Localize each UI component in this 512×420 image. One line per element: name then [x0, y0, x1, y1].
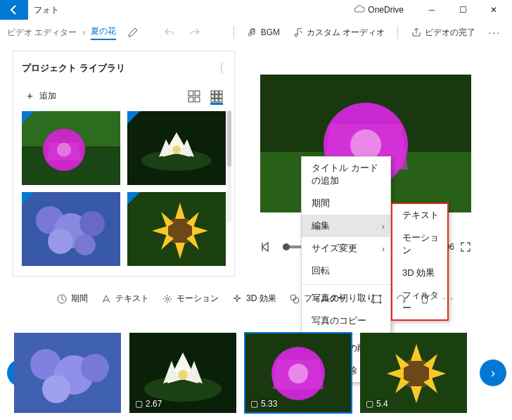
- text-icon: [101, 293, 112, 305]
- library-title: プロジェクト ライブラリ: [22, 62, 125, 75]
- rotate-icon[interactable]: [395, 293, 407, 305]
- context-submenu-item[interactable]: 3D 効果: [392, 262, 447, 284]
- context-menu-item[interactable]: タイトル カードの追加: [302, 157, 390, 192]
- audio-icon: [293, 27, 304, 38]
- clip-duration-label: 2.67: [146, 399, 162, 409]
- svg-rect-8: [211, 94, 215, 98]
- breadcrumb-root[interactable]: ビデオ エディター: [7, 27, 77, 39]
- storyboard-clip[interactable]: ▢5.33: [245, 333, 352, 413]
- fullscreen-icon[interactable]: [460, 241, 471, 253]
- used-badge-icon: [127, 111, 140, 124]
- image-icon: ▢: [250, 399, 258, 409]
- motion-tool-button[interactable]: モーション: [162, 293, 219, 305]
- used-badge-icon: [127, 192, 140, 205]
- library-thumbnail[interactable]: [127, 111, 226, 185]
- context-submenu-item[interactable]: テキスト: [392, 204, 447, 227]
- svg-point-48: [144, 376, 222, 402]
- grid-large-view-button[interactable]: [188, 90, 200, 103]
- storyboard: ▢2.67 ▢5.33 ▢5.4: [14, 333, 498, 413]
- svg-point-34: [166, 298, 169, 300]
- undo-icon[interactable]: [164, 27, 175, 38]
- filter-icon: [289, 293, 300, 305]
- library-thumbnail[interactable]: [22, 192, 120, 266]
- 3d-effects-tool-button[interactable]: 3D 効果: [231, 293, 276, 305]
- svg-point-41: [380, 301, 382, 303]
- clock-icon: [56, 293, 68, 305]
- svg-point-45: [81, 354, 109, 382]
- back-button[interactable]: [0, 0, 28, 20]
- svg-rect-4: [195, 97, 200, 102]
- image-icon: ▢: [135, 399, 143, 409]
- breadcrumb-project[interactable]: 夏の花: [91, 25, 116, 40]
- filters-tool-button[interactable]: フィルター: [289, 293, 346, 305]
- svg-point-49: [178, 370, 188, 380]
- grid-small-view-button[interactable]: [210, 90, 223, 103]
- image-icon: ▢: [366, 399, 373, 409]
- context-menu-item[interactable]: サイズ変更: [302, 237, 390, 260]
- svg-point-46: [42, 375, 70, 403]
- svg-rect-10: [219, 94, 222, 98]
- edit-icon[interactable]: [127, 27, 139, 38]
- svg-rect-1: [188, 91, 193, 96]
- cloud-icon: [354, 4, 365, 15]
- crop-icon[interactable]: [371, 293, 383, 305]
- svg-rect-37: [373, 295, 380, 303]
- flower-sunflower-image: [127, 192, 226, 266]
- svg-point-20: [172, 146, 181, 154]
- music-icon: [247, 27, 258, 38]
- svg-rect-6: [215, 91, 219, 94]
- plus-icon: ＋: [25, 89, 35, 103]
- svg-point-24: [79, 211, 105, 236]
- motion-icon: [162, 293, 173, 305]
- clip-duration-label: 5.4: [376, 399, 388, 409]
- delete-icon[interactable]: [419, 293, 430, 305]
- step-back-icon[interactable]: [260, 241, 271, 253]
- context-menu-item[interactable]: 写真のコピー: [302, 310, 390, 332]
- library-thumbnail[interactable]: [127, 192, 226, 266]
- used-badge-icon: [22, 192, 34, 205]
- custom-audio-button[interactable]: カスタム オーディオ: [288, 24, 389, 42]
- svg-rect-2: [195, 91, 200, 96]
- breadcrumb: ビデオ エディター › 夏の花: [7, 25, 139, 40]
- context-menu-item[interactable]: 編集: [302, 215, 390, 237]
- clip-toolbar: 期間 テキスト モーション 3D 効果 フィルター ···: [56, 293, 346, 305]
- svg-rect-13: [219, 98, 222, 102]
- finish-video-button[interactable]: ビデオの完了: [407, 24, 480, 42]
- storyboard-clip[interactable]: [14, 333, 121, 413]
- svg-point-25: [48, 229, 73, 254]
- cloud-label[interactable]: OneDrive: [368, 5, 404, 15]
- flower-morning-glory-image: [22, 111, 120, 185]
- window-maximize-button[interactable]: ☐: [447, 0, 478, 20]
- collapse-panel-button[interactable]: 〈: [216, 60, 224, 77]
- library-panel: プロジェクト ライブラリ 〈 ＋ 追加: [13, 51, 235, 276]
- library-scrollbar[interactable]: [227, 110, 231, 223]
- svg-point-40: [373, 301, 375, 303]
- used-badge-icon: [22, 111, 34, 124]
- overflow-button[interactable]: ···: [443, 293, 454, 305]
- more-button[interactable]: ···: [484, 24, 505, 41]
- svg-point-26: [75, 234, 96, 255]
- duration-tool-button[interactable]: 期間: [56, 293, 88, 305]
- svg-point-39: [380, 294, 382, 296]
- window-minimize-button[interactable]: ─: [416, 0, 447, 20]
- titlebar: フォト OneDrive ─ ☐ ✕: [0, 0, 512, 20]
- context-submenu-item[interactable]: モーション: [392, 227, 447, 262]
- bgm-button[interactable]: BGM: [243, 24, 284, 41]
- svg-rect-9: [215, 94, 219, 98]
- sparkle-icon: [231, 293, 243, 305]
- storyboard-clip[interactable]: ▢2.67: [129, 333, 236, 413]
- export-icon: [411, 27, 422, 38]
- redo-icon[interactable]: [189, 27, 200, 38]
- library-thumbnail[interactable]: [22, 111, 120, 185]
- context-menu-item[interactable]: 期間: [302, 192, 390, 215]
- svg-rect-7: [219, 91, 222, 94]
- storyboard-next-button[interactable]: ›: [480, 359, 506, 386]
- window-close-button[interactable]: ✕: [478, 0, 509, 20]
- storyboard-clip[interactable]: ▢5.4: [360, 333, 467, 413]
- add-media-button[interactable]: ＋ 追加: [25, 89, 56, 103]
- context-menu-item[interactable]: 回転: [302, 260, 390, 282]
- svg-rect-11: [211, 98, 215, 102]
- toolbar: ビデオ エディター › 夏の花 BGM カスタム オーディオ ビデオの完了 ··…: [0, 20, 512, 45]
- flower-lotus-image: [127, 111, 226, 185]
- text-tool-button[interactable]: テキスト: [101, 293, 149, 305]
